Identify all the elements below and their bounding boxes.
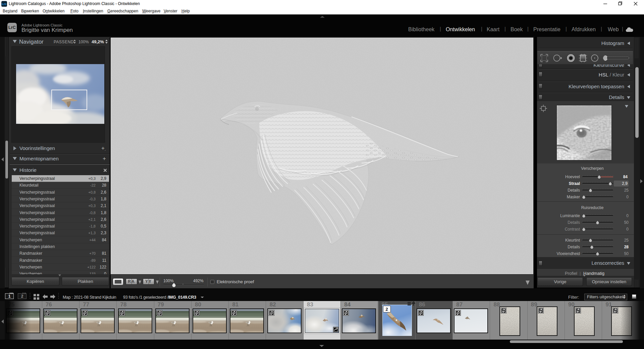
svg-text:Lrc: Lrc <box>2 2 7 6</box>
